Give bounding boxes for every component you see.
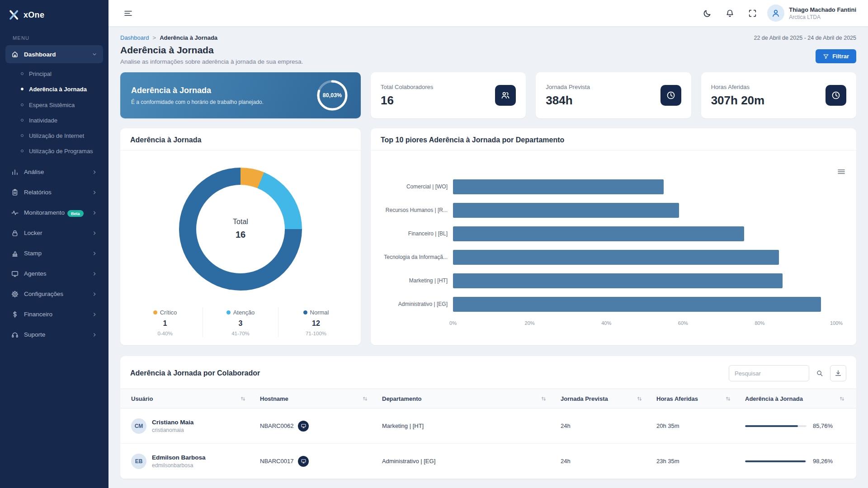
sort-icon[interactable] xyxy=(362,395,368,402)
sidebar-subitem-espera-sistemica[interactable]: Espera Sistêmica xyxy=(0,98,108,113)
users-icon xyxy=(495,85,516,106)
legend-value: 12 xyxy=(278,319,354,328)
dept-bar-fill xyxy=(453,297,821,312)
sidebar-subitem-inatividade[interactable]: Inatividade xyxy=(0,113,108,128)
filter-button[interactable]: Filtrar xyxy=(816,49,856,63)
kpi-adherence-title: Aderência à Jornada xyxy=(131,86,264,95)
sidebar-item-locker[interactable]: Locker xyxy=(5,224,103,242)
sidebar-item-stamp[interactable]: Stamp xyxy=(5,244,103,263)
column-header-aderencia[interactable]: Aderência à Jornada xyxy=(745,395,845,402)
sidebar-item-analise[interactable]: Análise xyxy=(5,163,103,181)
fullscreen-icon[interactable] xyxy=(745,5,760,21)
breadcrumb-current: Aderência à Jornada xyxy=(160,34,217,41)
download-icon[interactable] xyxy=(830,365,846,381)
column-header-jornada-prevista[interactable]: Jornada Prevista xyxy=(561,395,656,402)
sidebar-item-dashboard[interactable]: Dashboard xyxy=(5,45,103,63)
sort-icon[interactable] xyxy=(636,395,643,402)
legend-range: 71-100% xyxy=(278,331,354,336)
measured-hours: 20h 35m xyxy=(656,422,745,429)
user-org: Arctica LTDA xyxy=(789,14,856,20)
chart-menu-icon[interactable] xyxy=(835,166,847,178)
beta-badge: Beta xyxy=(67,210,84,217)
search-icon[interactable] xyxy=(812,366,827,381)
legend-item-critico: Crítico 1 0-40% xyxy=(127,307,203,337)
column-header-usuario[interactable]: Usuário xyxy=(131,395,260,402)
monitor-badge-icon[interactable] xyxy=(298,421,309,432)
adherence-donut-card: Aderência à Jornada Total 16 Crítico xyxy=(120,128,361,345)
sidebar: xOne MENU Dashboard Principal Aderência … xyxy=(0,0,108,488)
legend-item-atencao: Atenção 3 41-70% xyxy=(203,307,278,337)
sidebar-item-monitoramento[interactable]: MonitoramentoBeta xyxy=(5,204,103,222)
kpi-label: Horas Aferidas xyxy=(711,84,765,90)
sidebar-item-suporte[interactable]: Suporte xyxy=(5,326,103,344)
sidebar-subitem-label: Utilização de Internet xyxy=(29,132,84,140)
x-axis-tick: 60% xyxy=(678,320,688,326)
notifications-bell-icon[interactable] xyxy=(722,5,737,21)
sidebar-item-label: Dashboard xyxy=(24,51,86,58)
page-title: Aderência à Jornada xyxy=(120,45,303,56)
bullet-icon xyxy=(21,72,24,75)
funnel-icon xyxy=(823,53,829,60)
hamburger-menu-icon[interactable] xyxy=(120,5,136,21)
sidebar-item-label: Configurações xyxy=(24,291,86,297)
planned-hours: 24h xyxy=(561,458,656,465)
clock-icon xyxy=(660,85,681,106)
table-row[interactable]: CM Cristiano Maia cristianomaia NBARC006… xyxy=(120,408,856,444)
adherence-progress-ring: 80,03% xyxy=(316,79,349,112)
adherence-progress-fill xyxy=(745,460,806,462)
lock-icon xyxy=(11,229,19,237)
app-logo[interactable]: xOne xyxy=(0,0,108,29)
sidebar-item-label: Financeiro xyxy=(24,311,86,318)
dollar-icon xyxy=(11,310,19,319)
dark-mode-moon-icon[interactable] xyxy=(699,5,715,21)
sort-icon[interactable] xyxy=(839,395,845,402)
sidebar-item-configuracoes[interactable]: Configurações xyxy=(5,285,103,303)
page-subtitle: Analise as informações sobre aderência à… xyxy=(120,58,303,65)
bar-row: Tecnologia da Informaçã... xyxy=(379,245,836,269)
donut-card-title: Aderência à Jornada xyxy=(130,136,201,144)
sidebar-item-relatorios[interactable]: Relatórios xyxy=(5,183,103,202)
dept-bar-fill xyxy=(453,226,744,241)
bullet-icon xyxy=(21,88,24,90)
monitor-badge-icon[interactable] xyxy=(298,456,309,467)
bar-chart-plot: Comercial | [WO] Recursos Humanos | [R..… xyxy=(371,150,856,328)
sidebar-subitem-utilizacao-de-internet[interactable]: Utilização de Internet xyxy=(0,128,108,144)
main-area: Thiago Machado Fantini Arctica LTDA Dash… xyxy=(108,0,868,488)
user-login: cristianomaia xyxy=(152,427,193,433)
chevron-right-icon xyxy=(91,230,98,236)
sidebar-subitem-aderencia-a-jornada[interactable]: Aderência à Jornada xyxy=(0,82,108,97)
search-input[interactable] xyxy=(729,365,809,381)
sidebar-subitem-principal[interactable]: Principal xyxy=(0,66,108,82)
x-axis-tick: 40% xyxy=(601,320,611,326)
user-avatar-icon xyxy=(767,5,784,22)
column-header-hostname[interactable]: Hostname xyxy=(260,395,382,402)
breadcrumb-dashboard-link[interactable]: Dashboard xyxy=(120,34,149,41)
adherence-percentage: 85,76% xyxy=(813,422,833,429)
column-header-horas-aferidas[interactable]: Horas Aferidas xyxy=(656,395,745,402)
department: Marketing | [HT] xyxy=(382,422,561,429)
chevron-right-icon xyxy=(91,271,98,277)
breadcrumb-separator: > xyxy=(153,34,156,41)
user-menu[interactable]: Thiago Machado Fantini Arctica LTDA xyxy=(767,5,856,22)
sidebar-subitem-utilizacao-de-programas[interactable]: Utilização de Programas xyxy=(0,144,108,159)
bullet-icon xyxy=(21,119,24,122)
x-axis-tick: 100% xyxy=(830,320,843,326)
bar-label: Administrativo | [EG] xyxy=(379,301,448,307)
sidebar-item-financeiro[interactable]: Financeiro xyxy=(5,305,103,324)
stamp-icon xyxy=(11,249,19,258)
sort-icon[interactable] xyxy=(540,395,547,402)
avatar: CM xyxy=(131,418,146,434)
sort-icon[interactable] xyxy=(725,395,731,402)
kpi-adherence-description: É a conformidade com o horário de trabal… xyxy=(131,99,264,105)
menu-section-label: MENU xyxy=(13,35,108,41)
legend-value: 3 xyxy=(203,319,278,328)
headset-icon xyxy=(11,331,19,339)
sidebar-item-agentes[interactable]: Agentes xyxy=(5,265,103,283)
adherence-ring-value: 80,03% xyxy=(316,79,349,112)
sort-icon[interactable] xyxy=(240,395,246,402)
kpi-value: 16 xyxy=(381,94,433,108)
adherence-percentage: 98,26% xyxy=(813,458,833,465)
column-header-departamento[interactable]: Departamento xyxy=(382,395,561,402)
dept-bar-fill xyxy=(453,203,679,218)
table-row[interactable]: EB Edmilson Barbosa edmilsonbarbosa NBAR… xyxy=(120,444,856,479)
